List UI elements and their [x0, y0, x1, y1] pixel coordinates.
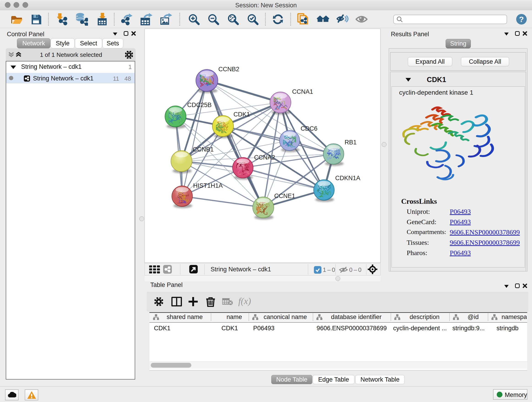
svg-text:?: ?: [519, 15, 524, 24]
svg-text:HIST1H1A: HIST1H1A: [193, 182, 223, 189]
svg-text:CDK1: CDK1: [234, 111, 250, 118]
svg-text:CDC25B: CDC25B: [187, 102, 212, 108]
svg-text:CCNB1: CCNB1: [193, 146, 214, 153]
svg-text:CCNB2: CCNB2: [218, 66, 239, 73]
svg-text:CCNA2: CCNA2: [254, 154, 275, 161]
svg-text:CCNA1: CCNA1: [292, 88, 313, 95]
svg-text:RB1: RB1: [345, 139, 357, 146]
svg-text:CDC6: CDC6: [301, 125, 317, 132]
svg-text:CCNE1: CCNE1: [274, 192, 295, 199]
svg-text:CDKN1A: CDKN1A: [335, 175, 360, 182]
